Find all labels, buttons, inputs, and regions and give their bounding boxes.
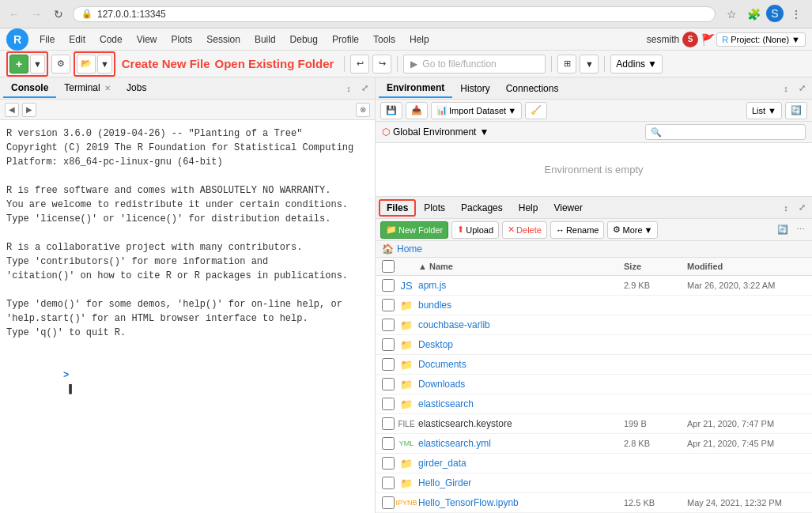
file-checkbox-hello-tf[interactable] [382, 496, 395, 509]
env-refresh-btn[interactable]: 🔄 [785, 102, 807, 119]
file-checkbox-es-keystore[interactable] [382, 417, 395, 430]
tab-connections[interactable]: Connections [498, 80, 567, 97]
file-row-couchbase[interactable]: 📁 couchbase-varlib [376, 315, 812, 335]
goto-file-input[interactable]: ▶ Go to file/function [403, 55, 546, 74]
file-row-hello-girder[interactable]: 📁 Hello_Girder [376, 473, 812, 493]
file-row-downloads[interactable]: 📁 Downloads [376, 375, 812, 394]
file-row-es-yml[interactable]: YML elasticsearch.yml 2.8 KB Apr 21, 202… [376, 434, 812, 454]
file-checkbox-elasticsearch[interactable] [382, 398, 395, 410]
menu-file[interactable]: File [33, 32, 61, 47]
menu-build[interactable]: Build [248, 32, 282, 47]
home-label[interactable]: Home [397, 243, 422, 255]
menu-profile[interactable]: Profile [326, 32, 365, 47]
file-name-hello-tf[interactable]: Hello_TensorFlow.ipynb [418, 497, 624, 508]
file-row-apmjs[interactable]: JS apm.js 2.9 KB Mar 26, 2020, 3:22 AM [376, 276, 812, 296]
tab-history[interactable]: History [452, 80, 497, 97]
upload-btn[interactable]: ⬆ Upload [451, 221, 499, 239]
menu-tools[interactable]: Tools [367, 32, 402, 47]
url-bar[interactable]: 🔒 127.0.0.1:13345 [73, 6, 716, 22]
redo-button[interactable]: ↪ [372, 55, 391, 74]
rename-btn[interactable]: ↔ Rename [550, 221, 605, 239]
reload-button[interactable]: ↻ [51, 6, 66, 22]
open-folder-dropdown[interactable]: ▼ [97, 55, 112, 74]
file-name-apmjs[interactable]: apm.js [418, 280, 624, 291]
console-maximize-btn[interactable]: ⤢ [357, 81, 372, 96]
files-dots-btn[interactable]: ⋯ [793, 223, 807, 237]
tab-console[interactable]: Console [3, 79, 56, 98]
file-checkbox-es-yml[interactable] [382, 437, 395, 450]
env-collapse-btn[interactable]: ↕ [779, 81, 793, 96]
tab-plots[interactable]: Plots [416, 199, 453, 217]
file-name-desktop[interactable]: Desktop [418, 339, 624, 350]
console-forward-btn[interactable]: ▶ [22, 103, 36, 117]
open-folder-button[interactable]: 📂 [77, 55, 96, 74]
file-name-documents[interactable]: Documents [418, 359, 624, 370]
terminal-close-icon[interactable]: ✕ [104, 84, 111, 92]
menu-debug[interactable]: Debug [284, 32, 324, 47]
settings-button[interactable]: ⚙ [51, 55, 70, 74]
new-file-button[interactable]: + [9, 55, 28, 74]
file-name-bundles[interactable]: bundles [418, 300, 624, 311]
menu-help[interactable]: Help [403, 32, 436, 47]
env-search-input[interactable] [645, 124, 806, 140]
menu-button[interactable]: ⋮ [787, 5, 806, 24]
tab-files[interactable]: Files [379, 199, 416, 217]
file-row-es-keystore[interactable]: FILE elasticsearch.keystore 199 B Apr 21… [376, 414, 812, 434]
file-checkbox-bundles[interactable] [382, 299, 395, 311]
file-checkbox-hello-girder[interactable] [382, 477, 395, 489]
clear-env-btn[interactable]: 🧹 [525, 102, 547, 119]
extensions-button[interactable]: 🧩 [744, 5, 763, 24]
file-name-es-yml[interactable]: elasticsearch.yml [418, 438, 624, 449]
menu-session[interactable]: Session [200, 32, 247, 47]
save-env-btn[interactable]: 💾 [380, 102, 402, 119]
console-back-btn[interactable]: ◀ [5, 103, 19, 117]
menu-view[interactable]: View [130, 32, 164, 47]
files-refresh-btn[interactable]: 🔄 [776, 223, 790, 237]
addins-button[interactable]: Addins ▼ [610, 55, 663, 74]
file-row-elasticsearch[interactable]: 📁 elasticsearch [376, 394, 812, 414]
tab-environment[interactable]: Environment [379, 79, 452, 98]
file-row-bundles[interactable]: 📁 bundles [376, 296, 812, 315]
file-name-girder-data[interactable]: girder_data [418, 458, 624, 469]
console-clear-btn[interactable]: ⊗ [356, 103, 370, 117]
undo-button[interactable]: ↩ [350, 55, 369, 74]
more-btn[interactable]: ⚙ More ▼ [607, 221, 658, 239]
file-checkbox-desktop[interactable] [382, 338, 395, 351]
new-file-dropdown[interactable]: ▼ [30, 55, 45, 74]
file-name-hello-girder[interactable]: Hello_Girder [418, 477, 624, 488]
file-name-downloads[interactable]: Downloads [418, 379, 624, 390]
global-env-dropdown[interactable]: ▼ [479, 126, 489, 138]
console-prompt-line[interactable]: > ▌ [6, 354, 368, 411]
project-button[interactable]: R Project: (None) ▼ [716, 32, 806, 47]
tab-jobs[interactable]: Jobs [119, 79, 154, 98]
new-folder-btn[interactable]: 📁 New Folder [380, 221, 448, 239]
list-view-btn[interactable]: List ▼ [746, 102, 782, 119]
file-name-couchbase[interactable]: couchbase-varlib [418, 319, 624, 330]
delete-btn[interactable]: ✕ Delete [502, 221, 547, 239]
menu-code[interactable]: Code [93, 32, 129, 47]
tab-packages[interactable]: Packages [453, 199, 511, 217]
select-all-checkbox[interactable] [382, 260, 395, 273]
load-env-btn[interactable]: 📥 [406, 102, 428, 119]
file-checkbox-apmjs[interactable] [382, 279, 395, 292]
console-collapse-btn[interactable]: ↕ [342, 81, 356, 96]
file-checkbox-documents[interactable] [382, 358, 395, 371]
forward-button[interactable]: → [28, 6, 44, 22]
back-button[interactable]: ← [6, 6, 22, 22]
file-row-desktop[interactable]: 📁 Desktop [376, 335, 812, 355]
files-collapse-btn[interactable]: ↕ [779, 201, 793, 215]
grid-button[interactable]: ⊞ [557, 55, 576, 74]
env-maximize-btn[interactable]: ⤢ [795, 81, 809, 96]
file-name-elasticsearch[interactable]: elasticsearch [418, 398, 624, 409]
user-profile-button[interactable]: S [766, 5, 784, 22]
file-row-documents[interactable]: 📁 Documents [376, 355, 812, 375]
tab-help[interactable]: Help [511, 199, 546, 217]
bookmark-button[interactable]: ☆ [722, 5, 741, 24]
tab-viewer[interactable]: Viewer [546, 199, 590, 217]
file-row-hello-tf[interactable]: IPYNB Hello_TensorFlow.ipynb 12.5 KB May… [376, 493, 812, 513]
import-dataset-btn[interactable]: 📊 Import Dataset ▼ [431, 102, 522, 119]
grid-dropdown[interactable]: ▼ [580, 55, 599, 74]
file-checkbox-girder-data[interactable] [382, 457, 395, 470]
files-maximize-btn[interactable]: ⤢ [795, 201, 809, 215]
menu-plots[interactable]: Plots [165, 32, 199, 47]
